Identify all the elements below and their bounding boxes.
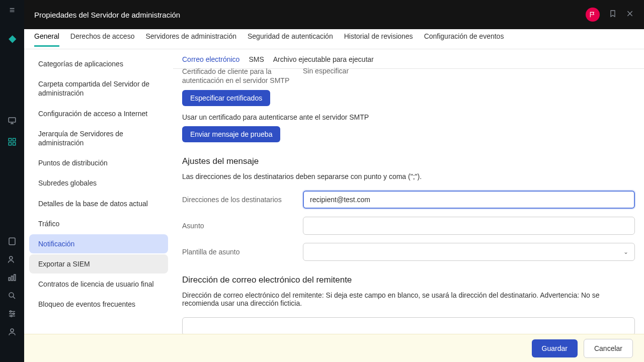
svg-rect-5 xyxy=(9,143,11,145)
svg-rect-11 xyxy=(14,275,16,281)
settings-sidebar: Categorías de aplicaciones Carpeta compa… xyxy=(24,49,173,334)
sidebar-item-distribution-points[interactable]: Puntos de distribución xyxy=(29,153,168,172)
sender-heading: Dirección de correo electrónico del remi… xyxy=(182,275,635,285)
modal-footer: Guardar Cancelar xyxy=(24,334,644,362)
sidebar-item-traffic[interactable]: Tráfico xyxy=(29,214,168,233)
cert-label: Certificado de cliente para la autentica… xyxy=(182,67,293,85)
top-tabs: General Derechos de acceso Servidores de… xyxy=(24,29,644,49)
subject-template-select[interactable]: ⌄ xyxy=(303,243,635,261)
svg-line-13 xyxy=(13,297,15,299)
subject-template-label: Plantilla de asunto xyxy=(182,248,293,256)
scroll-area[interactable]: Certificado de cliente para la autentica… xyxy=(173,67,644,334)
svg-rect-3 xyxy=(9,138,11,141)
monitor-icon[interactable] xyxy=(6,115,18,127)
svg-point-20 xyxy=(11,329,14,332)
flag-button[interactable] xyxy=(586,8,600,22)
sidebar-item-eula[interactable]: Contratos de licencia de usuario final xyxy=(29,275,168,294)
users-icon[interactable] xyxy=(6,253,18,265)
sliders-icon[interactable] xyxy=(6,308,18,320)
svg-point-18 xyxy=(13,313,15,315)
grid-icon[interactable] xyxy=(6,136,18,148)
tab-access-rights[interactable]: Derechos de acceso xyxy=(70,32,135,47)
tab-admin-servers[interactable]: Servidores de administración xyxy=(145,32,236,47)
cert-value: Sin especificar xyxy=(303,67,349,85)
sidebar-item-db-details[interactable]: Detalles de la base de datos actual xyxy=(29,194,168,213)
sender-note: Dirección de correo electrónico del remi… xyxy=(182,291,635,307)
svg-rect-4 xyxy=(13,138,16,141)
hamburger-icon[interactable]: ≡ xyxy=(6,4,18,16)
bookmark-icon[interactable] xyxy=(609,10,617,20)
subtab-executable[interactable]: Archivo ejecutable para ejecutar xyxy=(273,55,374,63)
sidebar-item-export-siem[interactable]: Exportar a SIEM xyxy=(29,254,168,274)
sidebar-item-event-blocking[interactable]: Bloqueo de eventos frecuentes xyxy=(29,295,168,314)
subject-input[interactable] xyxy=(303,217,635,235)
sidebar-item-notification[interactable]: Notificación xyxy=(29,234,168,253)
svg-point-17 xyxy=(10,311,12,312)
user-icon[interactable] xyxy=(6,326,18,338)
notification-subtabs: Correo electrónico SMS Archivo ejecutabl… xyxy=(173,49,644,69)
tab-event-config[interactable]: Configuración de eventos xyxy=(424,32,504,47)
recipients-hint: Las direcciones de los destinatarios deb… xyxy=(182,172,635,180)
send-test-message-button[interactable]: Enviar mensaje de prueba xyxy=(182,126,280,142)
save-button[interactable]: Guardar xyxy=(532,339,578,357)
message-settings-heading: Ajustes del mensaje xyxy=(182,156,635,166)
svg-rect-7 xyxy=(9,238,15,245)
svg-rect-9 xyxy=(9,278,10,281)
sender-email-input[interactable] xyxy=(182,317,635,334)
recipients-input[interactable] xyxy=(303,191,635,209)
chevron-down-icon: ⌄ xyxy=(623,248,628,255)
sidebar-item-shared-folder[interactable]: Carpeta compartida del Servidor de admin… xyxy=(29,74,168,103)
sidebar-item-internet-access[interactable]: Configuración de acceso a Internet xyxy=(29,104,168,123)
properties-modal: Propiedades del Servidor de administraci… xyxy=(24,0,644,362)
subtab-email[interactable]: Correo electrónico xyxy=(182,55,239,63)
subject-label: Asunto xyxy=(182,222,293,230)
tab-general[interactable]: General xyxy=(34,32,59,47)
svg-point-8 xyxy=(10,256,13,259)
cancel-button[interactable]: Cancelar xyxy=(584,339,633,358)
search-icon[interactable] xyxy=(6,290,18,302)
subtab-sms[interactable]: SMS xyxy=(249,55,264,63)
tab-revision-history[interactable]: Historial de revisiones xyxy=(344,32,413,47)
sidebar-item-app-categories[interactable]: Categorías de aplicaciones xyxy=(29,54,168,73)
left-icon-rail: ≡ ◆ xyxy=(0,0,24,362)
logo-icon[interactable]: ◆ xyxy=(6,32,18,44)
sidebar-item-server-hierarchy[interactable]: Jerarquía de Servidores de administració… xyxy=(29,124,168,152)
tab-auth-security[interactable]: Seguridad de autenticación xyxy=(248,32,333,47)
svg-rect-6 xyxy=(13,143,16,145)
chart-icon[interactable] xyxy=(6,272,18,284)
svg-rect-10 xyxy=(12,276,13,281)
modal-title: Propiedades del Servidor de administraci… xyxy=(34,11,586,19)
specify-certificates-button[interactable]: Especificar certificados xyxy=(182,90,270,106)
svg-point-12 xyxy=(9,293,14,297)
device-icon[interactable] xyxy=(6,235,18,247)
sidebar-item-global-subnets[interactable]: Subredes globales xyxy=(29,173,168,193)
svg-point-19 xyxy=(11,315,12,317)
close-icon[interactable] xyxy=(626,10,634,20)
recipients-label: Direcciones de los destinatarios xyxy=(182,196,293,204)
svg-rect-0 xyxy=(9,118,16,122)
main-panel: Correo electrónico SMS Archivo ejecutabl… xyxy=(173,49,644,334)
modal-header: Propiedades del Servidor de administraci… xyxy=(24,0,644,29)
use-cert-note: Usar un certificado para autenticarse an… xyxy=(182,113,635,121)
